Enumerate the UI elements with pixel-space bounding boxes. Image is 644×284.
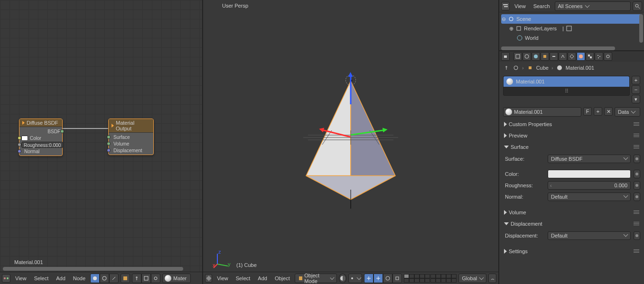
tab-object-icon[interactable] xyxy=(541,52,549,61)
viewport-canvas[interactable]: User Persp z y x (1) Cube xyxy=(203,0,498,272)
new-material-button[interactable]: + xyxy=(594,107,602,116)
search-icon[interactable] xyxy=(633,1,642,11)
menu-add[interactable]: Add xyxy=(53,274,68,283)
node-diffuse-bsdf[interactable]: Diffuse BSDF BSDF Color Roughness:0.000 … xyxy=(19,119,63,156)
panel-displacement[interactable]: Displacement xyxy=(503,219,640,229)
menu-select[interactable]: Select xyxy=(31,274,52,283)
editor-type-icon[interactable] xyxy=(501,2,510,10)
color-field[interactable] xyxy=(548,170,631,178)
color-swatch[interactable] xyxy=(21,136,28,141)
socket-roughness-in[interactable] xyxy=(18,143,21,147)
breadcrumb-material[interactable]: Material.001 xyxy=(566,65,595,71)
roughness-field[interactable]: 0.000 xyxy=(548,181,631,190)
menu-view[interactable]: View xyxy=(214,274,231,283)
displacement-dropdown[interactable]: Default xyxy=(548,231,631,240)
panel-settings[interactable]: Settings xyxy=(503,247,640,256)
editor-type-icon[interactable] xyxy=(2,274,10,283)
material-id-field[interactable] xyxy=(503,107,581,117)
color-node-button[interactable] xyxy=(634,170,640,178)
manipulator-z[interactable] xyxy=(350,76,352,104)
manip-translate-icon[interactable] xyxy=(373,274,383,283)
surface-dropdown[interactable]: Diffuse BSDF xyxy=(548,155,631,163)
menu-node[interactable]: Node xyxy=(70,274,88,283)
tab-physics-icon[interactable] xyxy=(604,52,612,61)
pivot-dropdown[interactable] xyxy=(348,274,362,283)
breadcrumb-object[interactable]: Cube xyxy=(536,65,549,71)
menu-view[interactable]: View xyxy=(512,1,529,11)
tab-constraints-icon[interactable] xyxy=(550,52,558,61)
add-slot-button[interactable]: + xyxy=(632,76,640,84)
displacement-node-button[interactable] xyxy=(634,231,640,240)
material-datablock[interactable]: Mater xyxy=(162,274,191,283)
material-slot-list[interactable]: Material.001 ⠿ xyxy=(503,76,630,96)
node-material-output[interactable]: Material Output Surface Volume Displacem… xyxy=(108,119,154,155)
outliner-world-row[interactable]: World xyxy=(501,33,642,43)
panel-preview[interactable]: Preview xyxy=(503,131,640,140)
material-name-input[interactable] xyxy=(514,109,581,115)
fake-user-button[interactable]: F xyxy=(583,107,592,116)
socket-bsdf-out[interactable] xyxy=(60,129,64,133)
tab-modifiers-icon[interactable] xyxy=(559,52,567,61)
shader-line-icon[interactable] xyxy=(109,274,119,283)
socket-color-in[interactable] xyxy=(18,136,21,140)
layer-buttons[interactable] xyxy=(404,274,457,283)
socket-disp-in[interactable] xyxy=(107,148,111,152)
tab-particles-icon[interactable] xyxy=(595,52,603,61)
tab-data-icon[interactable] xyxy=(568,52,576,61)
menu-view[interactable]: View xyxy=(12,274,29,283)
socket-volume-in[interactable] xyxy=(107,142,111,146)
shader-world-icon[interactable] xyxy=(100,274,109,283)
normal-node-button[interactable] xyxy=(634,192,640,201)
outliner-renderlayers-row[interactable]: ⊕RenderLayers| xyxy=(501,24,642,33)
panel-custom-properties[interactable]: Custom Properties xyxy=(503,119,640,129)
menu-add[interactable]: Add xyxy=(255,274,270,283)
manip-scale-icon[interactable] xyxy=(392,274,402,283)
node-canvas[interactable]: Diffuse BSDF BSDF Color Roughness:0.000 … xyxy=(0,0,202,272)
socket-normal-in[interactable] xyxy=(18,149,21,153)
tab-world-icon[interactable] xyxy=(532,52,540,61)
orientation-dropdown[interactable]: Global xyxy=(458,274,486,283)
menu-select[interactable]: Select xyxy=(233,274,253,283)
roughness-field[interactable]: Roughness:0.000 xyxy=(21,142,63,148)
tab-material-icon[interactable] xyxy=(577,52,585,61)
node-title[interactable]: Diffuse BSDF xyxy=(19,119,62,127)
node-title[interactable]: Material Output xyxy=(109,119,153,133)
panel-surface[interactable]: Surface xyxy=(503,142,640,152)
editor-type-icon[interactable] xyxy=(205,274,212,283)
outliner-tree[interactable]: ⊖Scene ⊕RenderLayers| World xyxy=(499,12,644,50)
shading-mode-icon[interactable] xyxy=(339,274,347,283)
roughness-node-button[interactable] xyxy=(634,181,640,190)
mode-dropdown[interactable]: Object Mode xyxy=(295,274,337,283)
link-dropdown[interactable]: Data xyxy=(615,107,640,117)
outliner-scene-row[interactable]: ⊖Scene xyxy=(501,14,642,24)
tab-scene-icon[interactable] xyxy=(523,52,531,61)
use-nodes-icon[interactable] xyxy=(121,274,130,283)
auto-render-icon[interactable] xyxy=(151,274,160,283)
panel-volume[interactable]: Volume xyxy=(503,208,640,217)
snap-icon[interactable] xyxy=(488,274,496,283)
outliner-filter-dropdown[interactable]: All Scenes xyxy=(555,1,631,11)
slot-specials-button[interactable]: ▾ xyxy=(632,95,640,103)
node-hscroll[interactable] xyxy=(3,267,183,271)
outliner-hscroll[interactable] xyxy=(501,46,615,50)
outliner-vscroll[interactable] xyxy=(639,14,643,43)
world-label: World xyxy=(525,35,539,41)
menu-search[interactable]: Search xyxy=(531,1,553,11)
manip-toggle-icon[interactable] xyxy=(364,274,373,283)
remove-slot-button[interactable]: − xyxy=(632,85,640,94)
pin-icon[interactable] xyxy=(132,274,141,283)
tab-texture-icon[interactable] xyxy=(586,52,594,61)
tab-renderlayers-icon[interactable] xyxy=(513,52,522,61)
material-slot-row[interactable]: Material.001 xyxy=(504,76,629,87)
normal-dropdown[interactable]: Default xyxy=(548,192,631,201)
socket-surface-in[interactable] xyxy=(107,135,111,139)
surface-node-button[interactable] xyxy=(634,155,640,163)
unlink-button[interactable]: ✕ xyxy=(604,107,613,116)
shader-object-icon[interactable] xyxy=(90,274,100,283)
manip-rotate-icon[interactable] xyxy=(383,274,392,283)
list-grip[interactable]: ⠿ xyxy=(504,87,629,95)
backdrop-icon[interactable] xyxy=(141,274,151,283)
pin-icon[interactable] xyxy=(503,64,510,71)
tab-render-icon[interactable] xyxy=(501,52,510,61)
menu-object[interactable]: Object xyxy=(272,274,293,283)
